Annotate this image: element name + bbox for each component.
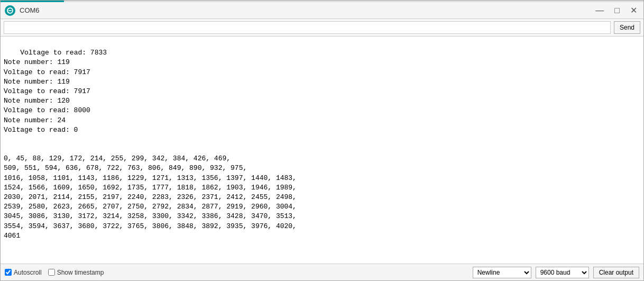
autoscroll-checkbox[interactable] [5,269,12,276]
logo-icon [7,7,13,14]
status-bar-left: Autoscroll Show timestamp [5,269,466,276]
serial-monitor-window: COM6 — □ ✕ Send Voltage to read: 7833 No… [0,0,644,281]
progress-bar [1,1,64,2]
autoscroll-text: Autoscroll [14,269,42,276]
minimize-button[interactable]: — [593,5,606,16]
autoscroll-label[interactable]: Autoscroll [5,269,42,276]
status-bar-right: No line ending Newline Carriage return B… [473,267,639,278]
serial-output-area: Voltage to read: 7833 Note number: 119 V… [1,37,643,264]
status-bar: Autoscroll Show timestamp No line ending… [1,264,643,280]
toolbar: Send [1,19,643,37]
clear-output-button[interactable]: Clear output [593,267,639,278]
maximize-button[interactable]: □ [612,5,622,16]
window-title: COM6 [20,6,593,14]
serial-output-text: Voltage to read: 7833 Note number: 119 V… [4,49,297,240]
message-input[interactable] [4,21,611,34]
show-timestamp-checkbox[interactable] [48,269,55,276]
close-button[interactable]: ✕ [628,5,639,16]
newline-dropdown[interactable]: No line ending Newline Carriage return B… [473,267,531,278]
title-bar: COM6 — □ ✕ [1,2,643,19]
window-controls: — □ ✕ [593,5,639,16]
send-button[interactable]: Send [614,21,640,34]
baud-rate-dropdown[interactable]: 300 baud 1200 baud 2400 baud 4800 baud 9… [536,267,589,278]
app-logo [5,5,15,16]
show-timestamp-label[interactable]: Show timestamp [48,269,104,276]
show-timestamp-text: Show timestamp [57,269,104,276]
